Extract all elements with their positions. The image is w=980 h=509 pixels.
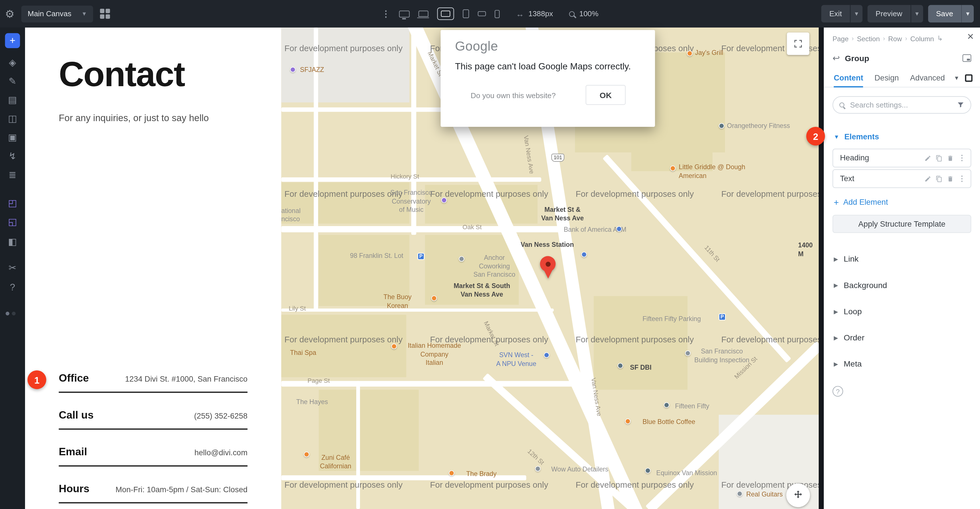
left-sidebar: + ◈ ✎ ▤ ◫ ▣ ↯ ≣ ◰ ◱ ◧ ✂ ? [0, 28, 25, 509]
edit-pencil-icon[interactable] [924, 155, 931, 162]
road-oak-st [281, 226, 570, 232]
poi-icon-brady [449, 470, 455, 476]
elements-section-title: Elements [844, 133, 879, 141]
preview-dropdown-caret[interactable]: ▼ [910, 5, 923, 23]
section-meta-label: Meta [844, 359, 862, 368]
map-label-cut-ncisco: ncisco [281, 215, 300, 224]
dialog-ok-button[interactable]: OK [585, 85, 626, 105]
phone-landscape-view-icon[interactable] [478, 11, 486, 16]
sections-icon[interactable]: ◧ [8, 236, 17, 246]
grid-view-icon[interactable] [100, 9, 110, 19]
responsive-edit-icon[interactable]: ◰ [8, 198, 17, 207]
breadcrumb-section[interactable]: Section [857, 35, 880, 42]
tab-content[interactable]: Content [834, 68, 863, 87]
modules-stack-icon[interactable]: ▤ [8, 95, 17, 105]
elements-section-header[interactable]: ▼ Elements [834, 133, 879, 141]
contact-subtitle[interactable]: For any inquiries, or just to say hello [59, 112, 208, 123]
edit-pencil-icon[interactable] [924, 175, 931, 182]
tablet-landscape-view-icon[interactable] [441, 11, 450, 17]
exit-button[interactable]: Exit [821, 5, 850, 23]
back-arrow-icon[interactable]: ↩ [833, 53, 840, 63]
section-meta[interactable]: ▶ Meta [834, 359, 862, 368]
section-order[interactable]: ▶ Order [834, 333, 864, 343]
contact-row-hours[interactable]: Hours Mon-Fri: 10am-5pm / Sat-Sun: Close… [59, 483, 247, 503]
desktop-view-icon[interactable] [399, 10, 409, 17]
canvas-width-control[interactable]: ↔ 1388px [516, 9, 553, 19]
tab-design[interactable]: Design [875, 68, 899, 87]
popout-icon[interactable] [963, 54, 972, 62]
lightning-icon[interactable]: ↯ [8, 151, 16, 161]
poi-icon-buoy [431, 295, 437, 301]
pen-icon[interactable]: ✎ [8, 76, 16, 86]
close-icon[interactable]: × [967, 30, 974, 43]
canvas-selector-label: Main Canvas [28, 10, 72, 18]
more-options-icon[interactable]: ⋮ [958, 174, 966, 183]
apply-structure-template-button[interactable]: Apply Structure Template [833, 215, 972, 233]
map-move-button[interactable] [786, 484, 810, 507]
save-dropdown-caret[interactable]: ▼ [961, 5, 974, 23]
add-module-button[interactable]: + [5, 33, 20, 48]
contact-heading[interactable]: Contact [59, 54, 185, 94]
section-link[interactable]: ▶ Link [834, 254, 859, 263]
help-circle-icon[interactable]: ? [833, 386, 843, 396]
preview-button[interactable]: Preview [868, 5, 910, 23]
layers-icon[interactable]: ◈ [9, 57, 16, 67]
laptop-view-icon[interactable] [418, 11, 428, 17]
section-background[interactable]: ▶ Background [834, 281, 887, 290]
duplicate-icon[interactable] [935, 175, 942, 182]
responsive-preview-icon[interactable]: ◱ [8, 217, 17, 226]
map-label-zuni-cafe: Zuni Café Californian [314, 454, 358, 471]
chevron-down-icon: ▼ [834, 134, 840, 140]
save-button[interactable]: Save [928, 5, 961, 23]
contact-row-email[interactable]: Email hello@divi.com [59, 446, 247, 466]
breadcrumb-row[interactable]: Row [888, 35, 902, 42]
phone-portrait-view-icon[interactable] [495, 10, 500, 18]
map-label-the-hayes: The Hayes [296, 398, 328, 406]
map-label-thai-spa: Thai Spa [290, 349, 316, 357]
zoom-control[interactable]: 100% [570, 10, 599, 18]
map-label-italian-homemade: Italian Homemade Company Italian [400, 341, 469, 367]
overflow-menu-icon[interactable]: ⋮ [382, 9, 390, 19]
contact-row-office[interactable]: Office 1234 Divi St. #1000, San Francisc… [59, 372, 247, 393]
trash-icon[interactable] [947, 175, 954, 182]
divi-builder: ⚙ Main Canvas ▼ ⋮ ↔ 1388px 100% [0, 0, 980, 509]
canvas-selector-dropdown[interactable]: Main Canvas ▼ [21, 5, 93, 22]
element-item-heading[interactable]: Heading ⋮ [833, 149, 972, 168]
tablet-portrait-view-icon[interactable] [463, 10, 469, 18]
more-options-icon[interactable]: ⋮ [958, 154, 966, 162]
save-button-group: Save ▼ [928, 5, 974, 23]
scissors-icon[interactable]: ✂ [8, 263, 16, 273]
map-label-franklin-lot: 98 Franklin St. Lot [350, 252, 403, 260]
exit-dropdown-caret[interactable]: ▼ [850, 5, 862, 23]
zoom-magnifier-icon [570, 11, 575, 16]
filter-icon[interactable] [957, 101, 964, 109]
settings-panel: Page › Section › Row › Column ↳ × ↩ Grou… [824, 28, 980, 509]
section-loop[interactable]: ▶ Loop [834, 306, 862, 316]
help-icon[interactable]: ? [10, 282, 15, 292]
tabs-dropdown-caret[interactable]: ▼ [954, 75, 959, 81]
contact-row-call[interactable]: Call us (255) 352-6258 [59, 409, 247, 430]
dialog-owner-link[interactable]: Do you own this website? [471, 91, 556, 100]
breadcrumb: Page › Section › Row › Column ↳ [833, 35, 943, 43]
contact-row-label: Office [59, 372, 89, 385]
view-mode-square-icon[interactable] [965, 74, 972, 81]
copy-pages-icon[interactable]: ▣ [8, 133, 17, 142]
list-rows-icon[interactable]: ≣ [8, 170, 16, 179]
theme-toggle-dots[interactable] [6, 312, 16, 316]
breadcrumb-page[interactable]: Page [833, 35, 848, 42]
layout-columns-icon[interactable]: ◫ [8, 114, 17, 123]
map-label-van-ness-station: Van Ness Station [521, 241, 574, 249]
tabs-right-controls: ▼ [954, 74, 980, 81]
map-watermark: For development purposes only [576, 189, 694, 199]
map-label-fifteen-fifty-parking: Fifteen Fifty Parking [643, 315, 701, 323]
search-settings-input[interactable] [849, 100, 953, 110]
tab-advanced[interactable]: Advanced [910, 68, 945, 87]
breadcrumb-column[interactable]: Column [910, 35, 934, 42]
map-fullscreen-button[interactable] [787, 32, 809, 55]
panel-resize-divider[interactable] [819, 28, 824, 509]
element-item-text[interactable]: Text ⋮ [833, 169, 972, 188]
duplicate-icon[interactable] [935, 155, 942, 162]
add-element-button[interactable]: + Add Element [834, 197, 888, 207]
settings-gear-icon[interactable]: ⚙ [5, 8, 14, 19]
trash-icon[interactable] [947, 155, 954, 162]
